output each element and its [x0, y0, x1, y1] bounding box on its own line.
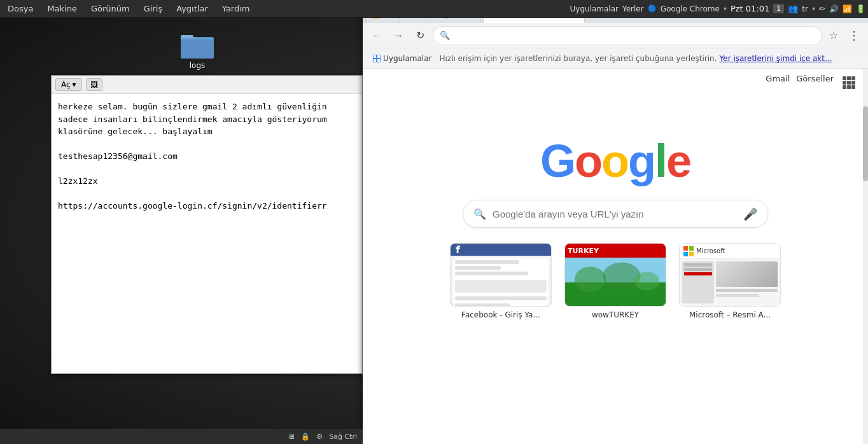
- svg-point-23: [634, 272, 660, 291]
- svg-rect-27: [689, 252, 694, 256]
- settings-tray-icon[interactable]: ⚙: [314, 433, 325, 441]
- lang-indicator[interactable]: tr: [802, 4, 808, 13]
- quick-link-facebook[interactable]: f: [450, 243, 552, 319]
- search-icon: 🔍: [473, 208, 486, 220]
- clock: Pzt 01:01: [731, 4, 769, 13]
- taskbar-top: Dosya Makine Görünüm Giriş Aygıtlar Yard…: [0, 0, 868, 18]
- menu-dosya[interactable]: Dosya: [3, 3, 38, 15]
- svg-point-22: [603, 262, 640, 289]
- quick-link-microsoft[interactable]: Microsoft: [679, 243, 781, 319]
- taskbar-top-right: Uygulamalar Yerler 🔵 Google Chrome ▾ Pzt…: [570, 4, 866, 13]
- svg-rect-10: [843, 76, 846, 80]
- text-editor-window: Aç ▾ 🖼 herkeze selam. bugün sizlere gmai…: [51, 75, 363, 374]
- battery-icon: 🔋: [856, 4, 865, 13]
- reload-button[interactable]: ↻: [411, 27, 429, 45]
- taskbar-dropdown-icon: ▾: [724, 5, 727, 12]
- folder-label: logs: [190, 61, 206, 70]
- wowturkey-thumb-graphic: TURKEY: [565, 244, 666, 306]
- wowturkey-thumbnail: TURKEY: [564, 243, 666, 307]
- volume-icon[interactable]: 🔊: [829, 4, 839, 13]
- menu-makine[interactable]: Makine: [42, 3, 82, 15]
- google-apps-button[interactable]: [840, 74, 858, 92]
- network-tray-icon[interactable]: 🖥: [286, 433, 297, 441]
- image-icon: 🖼: [90, 80, 98, 89]
- gmail-link[interactable]: Gmail: [766, 74, 790, 92]
- host-ctrl-label: Sağ Ctrl: [327, 433, 359, 441]
- microsoft-thumbnail: Microsoft: [679, 243, 781, 307]
- svg-rect-9: [377, 59, 380, 62]
- fb-header: f: [451, 244, 551, 256]
- svg-rect-13: [843, 81, 846, 85]
- google-search-bar[interactable]: 🔍 🎤: [463, 200, 768, 228]
- quick-link-wowturkey[interactable]: TURKEY wowTURKEY: [564, 243, 666, 319]
- text-editor-toolbar: Aç ▾ 🖼: [52, 76, 362, 94]
- chrome-scrollbar[interactable]: [863, 69, 868, 444]
- taskbar-places[interactable]: Yerler: [622, 4, 644, 13]
- svg-rect-26: [683, 252, 688, 256]
- svg-rect-6: [374, 55, 376, 58]
- menu-giris[interactable]: Giriş: [139, 3, 167, 15]
- bookmark-import-link[interactable]: Yer işaretlerini şimdi içe akt...: [720, 54, 832, 63]
- image-button[interactable]: 🖼: [86, 78, 102, 91]
- svg-rect-14: [847, 81, 851, 85]
- workspace-badge[interactable]: 1: [773, 4, 784, 13]
- taskbar-app-icon: Uygulamalar: [570, 4, 619, 13]
- svg-rect-25: [689, 246, 694, 251]
- fb-body: [451, 256, 551, 307]
- facebook-label: Facebook - Giriş Ya...: [461, 310, 540, 319]
- bookmark-apps[interactable]: Uygulamalar: [368, 52, 437, 65]
- bookmark-apps-label: Uygulamalar: [383, 54, 431, 63]
- bookmark-description: Hızlı erişim için yer işaretlerinizi bur…: [439, 54, 717, 63]
- forward-button[interactable]: →: [389, 27, 407, 45]
- svg-rect-18: [851, 85, 855, 89]
- facebook-thumb-graphic: f: [451, 244, 551, 306]
- chrome-toolbar: ← → ↻ 🔍 ☆ ⋮: [363, 23, 868, 48]
- chrome-scrollbar-thumb[interactable]: [863, 106, 868, 181]
- menu-gorunum[interactable]: Görünüm: [86, 3, 135, 15]
- svg-rect-3: [181, 39, 214, 59]
- svg-rect-15: [851, 81, 855, 85]
- folder-graphic: [181, 32, 214, 59]
- address-bar[interactable]: 🔍: [433, 26, 822, 45]
- chrome-window: ✉ Temp-Mails | Geçic... ✕ Yeni Sekme ✕ 👤…: [363, 0, 868, 444]
- address-input[interactable]: [454, 31, 815, 40]
- shield-tray-icon[interactable]: 🔒: [299, 433, 312, 441]
- record-icon: ✏️: [819, 4, 825, 13]
- svg-rect-7: [377, 55, 380, 58]
- sys-tray: 🖥 🔒 ⚙ Sağ Ctrl: [286, 433, 359, 441]
- microphone-icon[interactable]: 🎤: [743, 207, 757, 221]
- open-button[interactable]: Aç ▾: [55, 78, 82, 91]
- images-link[interactable]: Görseller: [796, 74, 834, 92]
- facebook-thumbnail: f: [450, 243, 552, 307]
- wowturkey-label: wowTURKEY: [592, 310, 639, 319]
- google-search-input[interactable]: [493, 209, 737, 219]
- open-label: Aç: [61, 80, 71, 89]
- taskbar-bottom: 🖥 🔒 ⚙ Sağ Ctrl: [0, 429, 363, 444]
- logs-folder-icon[interactable]: logs: [172, 32, 223, 70]
- bookmark-star[interactable]: ☆: [826, 28, 841, 43]
- open-dropdown-icon: ▾: [73, 80, 76, 89]
- chrome-menu-button[interactable]: ⋮: [845, 27, 863, 45]
- ms-header: Microsoft: [680, 244, 780, 259]
- google-logo: Google: [540, 135, 690, 187]
- chrome-new-tab-page: Gmail Görseller Google: [363, 69, 868, 444]
- address-bar-icon: 🔍: [440, 31, 450, 40]
- svg-rect-16: [843, 85, 846, 89]
- svg-rect-12: [851, 76, 855, 80]
- text-editor-content[interactable]: herkeze selam. bugün sizlere gmail 2 adı…: [52, 94, 362, 373]
- back-button[interactable]: ←: [368, 27, 386, 45]
- menu-yardim[interactable]: Yardım: [217, 3, 255, 15]
- top-menu-left: Dosya Makine Görünüm Giriş Aygıtlar Yard…: [3, 3, 255, 15]
- network-icon[interactable]: 📶: [843, 4, 852, 13]
- bookmarks-bar: Uygulamalar Hızlı erişim için yer işaret…: [363, 48, 868, 69]
- quick-links: f: [437, 243, 794, 319]
- lang-dropdown: ▾: [812, 5, 815, 12]
- microsoft-thumb-graphic: Microsoft: [680, 244, 780, 306]
- ms-body: [680, 259, 780, 306]
- svg-rect-17: [847, 85, 851, 89]
- svg-rect-8: [374, 59, 376, 62]
- menu-aygitlar[interactable]: Aygıtlar: [171, 3, 213, 15]
- chrome-taskbar-label[interactable]: Google Chrome: [661, 4, 720, 13]
- svg-point-21: [575, 267, 606, 292]
- google-search-container: 🔍 🎤: [463, 200, 768, 228]
